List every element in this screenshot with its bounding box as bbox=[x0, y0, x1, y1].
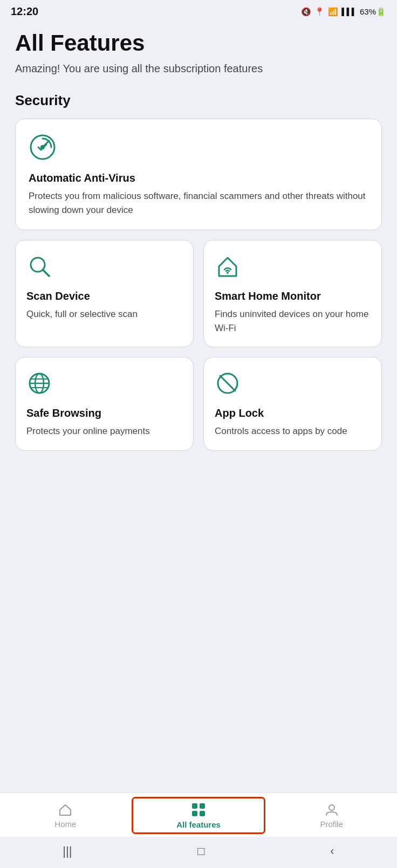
svg-rect-15 bbox=[192, 811, 197, 816]
scan-desc: Quick, full or selective scan bbox=[26, 307, 182, 321]
card-antivirus[interactable]: Automatic Anti-Virus Protects you from m… bbox=[15, 119, 382, 230]
profile-nav-icon bbox=[324, 802, 339, 817]
home-nav-icon bbox=[58, 802, 73, 817]
svg-rect-13 bbox=[192, 803, 197, 809]
card-row-1: Scan Device Quick, full or selective sca… bbox=[15, 240, 382, 347]
browsing-desc: Protects your online payments bbox=[26, 424, 182, 438]
security-section-title: Security bbox=[15, 92, 382, 109]
card-scan[interactable]: Scan Device Quick, full or selective sca… bbox=[15, 240, 194, 347]
card-smarthome[interactable]: Smart Home Monitor Finds uninvited devic… bbox=[203, 240, 382, 347]
allfeatures-nav-icon bbox=[190, 802, 207, 818]
card-row-2: Safe Browsing Protects your online payme… bbox=[15, 357, 382, 451]
svg-rect-14 bbox=[200, 803, 205, 809]
svg-rect-16 bbox=[200, 811, 205, 816]
allfeatures-nav-label: All features bbox=[176, 820, 221, 829]
antivirus-title: Automatic Anti-Virus bbox=[29, 171, 368, 185]
status-bar: 12:20 🔇 📍 📶 ▌▌▌ 63%🔋 bbox=[0, 0, 397, 21]
main-content: All Features Amazing! You are using all … bbox=[0, 21, 397, 793]
scan-icon bbox=[26, 253, 182, 279]
page-title: All Features bbox=[15, 31, 382, 56]
browsing-title: Safe Browsing bbox=[26, 406, 182, 420]
back-button[interactable]: ‹ bbox=[330, 844, 334, 858]
signal-icon: ▌▌▌ bbox=[341, 8, 357, 16]
applock-desc: Controls access to apps by code bbox=[215, 424, 371, 438]
svg-point-17 bbox=[329, 805, 334, 810]
card-browsing[interactable]: Safe Browsing Protects your online payme… bbox=[15, 357, 194, 451]
smarthome-desc: Finds uninvited devices on your home Wi-… bbox=[215, 307, 371, 335]
wifi-icon: 📶 bbox=[328, 7, 338, 17]
location-icon: 📍 bbox=[314, 7, 325, 17]
profile-nav-label: Profile bbox=[320, 819, 343, 829]
status-icons: 🔇 📍 📶 ▌▌▌ 63%🔋 bbox=[301, 7, 386, 17]
applock-icon bbox=[215, 370, 371, 396]
antivirus-desc: Protects you from malicious software, fi… bbox=[29, 189, 368, 217]
card-applock[interactable]: App Lock Controls access to apps by code bbox=[203, 357, 382, 451]
nav-allfeatures[interactable]: All features bbox=[133, 798, 264, 832]
smarthome-title: Smart Home Monitor bbox=[215, 289, 371, 303]
nav-home[interactable]: Home bbox=[0, 799, 131, 832]
home-nav-label: Home bbox=[54, 819, 76, 829]
system-nav: ||| □ ‹ bbox=[0, 837, 397, 868]
bottom-nav: Home All features Profile bbox=[0, 793, 397, 837]
applock-title: App Lock bbox=[215, 406, 371, 420]
home-button[interactable]: □ bbox=[197, 844, 204, 858]
page-subtitle: Amazing! You are using all the subscript… bbox=[15, 61, 382, 76]
antivirus-icon bbox=[29, 133, 368, 161]
svg-line-12 bbox=[220, 376, 235, 391]
recent-apps-button[interactable]: ||| bbox=[63, 844, 72, 858]
battery-label: 63%🔋 bbox=[360, 7, 386, 17]
mute-icon: 🔇 bbox=[301, 7, 311, 17]
scan-title: Scan Device bbox=[26, 289, 182, 303]
nav-profile[interactable]: Profile bbox=[266, 799, 397, 832]
browsing-icon bbox=[26, 370, 182, 396]
svg-point-5 bbox=[227, 272, 229, 274]
svg-line-4 bbox=[43, 270, 49, 276]
smarthome-icon bbox=[215, 253, 371, 279]
status-time: 12:20 bbox=[11, 5, 38, 18]
